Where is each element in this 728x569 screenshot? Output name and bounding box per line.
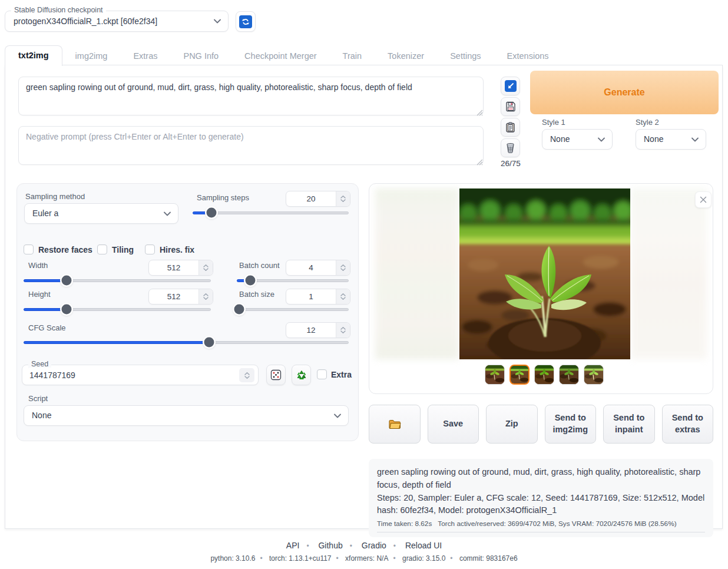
sampling-steps-slider[interactable] bbox=[193, 207, 349, 218]
save-style-button[interactable] bbox=[501, 97, 520, 116]
hires-fix-checkbox[interactable] bbox=[145, 244, 155, 254]
seed-input[interactable] bbox=[29, 368, 224, 383]
bullet-separator: • bbox=[306, 542, 309, 550]
stepper-icon[interactable] bbox=[336, 191, 350, 206]
restore-faces-checkbox[interactable] bbox=[24, 244, 34, 254]
bullet-separator: • bbox=[350, 542, 352, 550]
apply-style-button[interactable] bbox=[501, 118, 520, 137]
script-dropdown[interactable]: None bbox=[24, 405, 349, 426]
bullet-separator: • bbox=[393, 554, 395, 563]
batch-count-value[interactable] bbox=[286, 260, 336, 275]
footer-link-reload-ui[interactable]: Reload UI bbox=[405, 541, 442, 550]
bullet-separator: • bbox=[260, 554, 262, 563]
style1-dropdown[interactable]: None bbox=[542, 129, 613, 150]
batch-size-input bbox=[286, 289, 350, 305]
zip-button[interactable]: Zip bbox=[486, 405, 538, 444]
stepper-icon[interactable] bbox=[198, 260, 213, 275]
gallery-right-blur bbox=[630, 188, 707, 359]
cfg-scale-slider[interactable] bbox=[24, 337, 349, 348]
send-to-extras-button[interactable]: Send to extras bbox=[662, 405, 714, 444]
batch-size-value[interactable] bbox=[286, 289, 336, 304]
extra-seed-checkbox[interactable] bbox=[317, 369, 327, 379]
stepper-icon[interactable] bbox=[198, 289, 213, 304]
restore-faces-label: Restore faces bbox=[38, 245, 92, 254]
generation-settings-panel: Sampling method Euler a Sampling steps R… bbox=[16, 183, 359, 441]
style2-dropdown[interactable]: None bbox=[636, 129, 706, 150]
close-preview-button[interactable] bbox=[695, 191, 712, 208]
batch-size-slider[interactable] bbox=[237, 304, 349, 315]
tab-train[interactable]: Train bbox=[330, 47, 375, 65]
footer-link-gradio[interactable]: Gradio bbox=[362, 541, 386, 550]
dice-icon bbox=[270, 369, 282, 381]
prompt-input[interactable]: green sapling rowing out of ground, mud,… bbox=[18, 77, 484, 115]
token-counter: 26/75 bbox=[499, 159, 522, 168]
negative-prompt-input[interactable] bbox=[18, 126, 484, 165]
tiling-checkbox[interactable] bbox=[97, 244, 107, 254]
sampling-steps-label: Sampling steps bbox=[197, 193, 249, 202]
sampling-steps-value[interactable] bbox=[286, 191, 336, 206]
cfg-scale-input bbox=[286, 322, 350, 338]
batch-count-slider[interactable] bbox=[237, 275, 349, 286]
hires-fix-label: Hires. fix bbox=[160, 245, 194, 254]
open-folder-button[interactable] bbox=[369, 405, 421, 444]
bullet-separator: • bbox=[450, 554, 452, 563]
width-slider[interactable] bbox=[24, 275, 211, 286]
gallery-thumbnail-4[interactable] bbox=[559, 365, 579, 385]
read-params-button[interactable] bbox=[501, 77, 520, 95]
slider-handle[interactable] bbox=[204, 338, 214, 348]
batch-size-label: Batch size bbox=[239, 290, 274, 299]
slider-handle[interactable] bbox=[245, 276, 255, 286]
style1-label: Style 1 bbox=[542, 118, 565, 127]
height-label: Height bbox=[28, 290, 51, 299]
extra-seed-label: Extra bbox=[331, 370, 352, 379]
seed-label: Seed bbox=[28, 360, 51, 368]
checkpoint-value: protogenX34OfficialR_1.ckpt [60fe2f34] bbox=[14, 11, 157, 31]
tab-extensions[interactable]: Extensions bbox=[494, 47, 562, 65]
height-value[interactable] bbox=[149, 289, 198, 304]
tab-checkpoint-merger[interactable]: Checkpoint Merger bbox=[231, 47, 330, 65]
info-params-text: Steps: 20, Sampler: Euler a, CFG scale: … bbox=[377, 492, 705, 518]
gallery-thumbnail-2-selected[interactable] bbox=[509, 365, 530, 385]
commit-hash: commit: 983167e6 bbox=[459, 554, 518, 563]
tab-txt2img[interactable]: txt2img bbox=[5, 45, 62, 66]
cfg-scale-value[interactable] bbox=[286, 323, 336, 338]
slider-handle[interactable] bbox=[62, 305, 72, 315]
generated-image[interactable] bbox=[459, 188, 630, 359]
gradio-version: gradio: 3.15.0 bbox=[402, 554, 445, 563]
slider-handle[interactable] bbox=[206, 208, 216, 218]
tab-png-info[interactable]: PNG Info bbox=[170, 47, 231, 65]
stepper-icon[interactable] bbox=[239, 368, 254, 382]
footer-link-api[interactable]: API bbox=[286, 541, 300, 550]
footer-link-github[interactable]: Github bbox=[318, 541, 342, 550]
send-to-img2img-button[interactable]: Send to img2img bbox=[545, 405, 597, 444]
gallery-thumbnail-1[interactable] bbox=[485, 365, 505, 385]
tab-extras[interactable]: Extras bbox=[120, 47, 170, 65]
footer-versions: python: 3.10.6• torch: 1.13.1+cu117• xfo… bbox=[0, 554, 728, 563]
bullet-separator: • bbox=[336, 554, 339, 563]
tab-settings[interactable]: Settings bbox=[437, 47, 494, 65]
sampling-method-label: Sampling method bbox=[25, 192, 85, 201]
stepper-icon[interactable] bbox=[336, 289, 350, 304]
checkpoint-dropdown[interactable]: Stable Diffusion checkpoint protogenX34O… bbox=[5, 11, 229, 32]
refresh-checkpoint-button[interactable] bbox=[236, 11, 256, 32]
clipboard-icon bbox=[505, 122, 515, 133]
width-label: Width bbox=[28, 261, 48, 270]
output-buttons-row: Save Zip Send to img2img Send to inpaint… bbox=[369, 405, 713, 444]
gallery-thumbnail-3[interactable] bbox=[534, 365, 554, 385]
generate-button[interactable]: Generate bbox=[530, 71, 719, 114]
reuse-seed-button[interactable] bbox=[292, 365, 311, 385]
random-seed-button[interactable] bbox=[266, 365, 286, 385]
stepper-icon[interactable] bbox=[336, 260, 350, 275]
send-to-inpaint-button[interactable]: Send to inpaint bbox=[603, 405, 655, 444]
clear-prompt-button[interactable] bbox=[501, 138, 520, 157]
sampling-method-dropdown[interactable]: Euler a bbox=[24, 203, 178, 224]
gallery-thumbnail-5[interactable] bbox=[584, 365, 604, 385]
width-value[interactable] bbox=[149, 260, 198, 275]
tab-tokenizer[interactable]: Tokenizer bbox=[375, 47, 437, 65]
slider-handle[interactable] bbox=[234, 305, 244, 315]
slider-handle[interactable] bbox=[62, 276, 72, 286]
tab-img2img[interactable]: img2img bbox=[62, 47, 121, 65]
save-button[interactable]: Save bbox=[428, 405, 479, 444]
stepper-icon[interactable] bbox=[336, 323, 350, 338]
height-slider[interactable] bbox=[24, 304, 211, 315]
